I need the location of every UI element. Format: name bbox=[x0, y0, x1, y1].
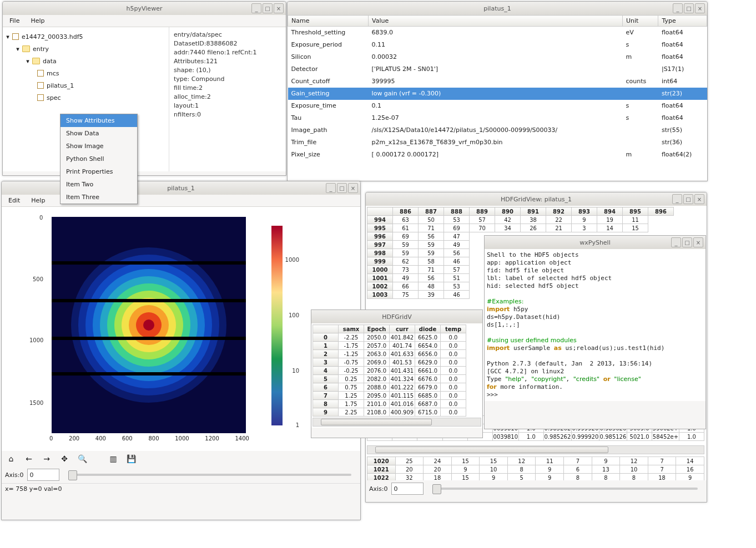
min-icon[interactable]: _ bbox=[671, 237, 681, 247]
status-bar: x= 758 y=0 val=0 bbox=[2, 483, 360, 494]
close-icon[interactable]: × bbox=[348, 183, 358, 193]
zoom-icon[interactable]: 🔍 bbox=[76, 453, 88, 465]
grid-row[interactable]: 92.252108.0400.9096715.00.0 bbox=[313, 408, 466, 417]
attr-row[interactable]: Count_cutoff399995countsint64 bbox=[288, 75, 707, 88]
ctx-item[interactable]: Print Properties bbox=[61, 165, 137, 178]
col-header[interactable]: Type bbox=[658, 16, 707, 27]
attr-row[interactable]: Detector['PILATUS 2M - SN01']|S17(1) bbox=[288, 63, 707, 75]
max-icon[interactable]: □ bbox=[684, 3, 694, 13]
ctx-item[interactable]: Python Shell bbox=[61, 153, 137, 165]
ctx-item[interactable]: Item Three bbox=[61, 191, 137, 204]
grid-row[interactable]: 9946350535742382291911 bbox=[367, 216, 674, 224]
pan-icon[interactable]: ✥ bbox=[58, 453, 70, 465]
shell-window: wxPyShell _□× Shell to the HDF5 objects … bbox=[484, 235, 706, 429]
menubar: File Help bbox=[3, 15, 286, 27]
grid-row[interactable]: 50.252082.0401.3246676.00.0 bbox=[313, 375, 466, 383]
dataset-info: entry/data/specDatasetID:83886082addr:74… bbox=[169, 27, 286, 171]
hscrollbar[interactable] bbox=[313, 418, 481, 427]
context-menu: Show AttributesShow DataShow ImagePython… bbox=[60, 114, 138, 204]
attr-row[interactable]: Silicon0.00032mfloat64 bbox=[288, 51, 707, 63]
attr-row[interactable]: Exposure_period0.11sfloat64 bbox=[288, 39, 707, 51]
max-icon[interactable]: □ bbox=[263, 3, 273, 13]
min-icon[interactable]: _ bbox=[673, 3, 683, 13]
forward-icon[interactable]: → bbox=[41, 453, 53, 465]
subplots-icon[interactable]: ▥ bbox=[107, 453, 119, 465]
titlebar[interactable]: h5pyViewer _□× bbox=[3, 2, 286, 15]
axis-label: Axis:0 bbox=[369, 485, 388, 493]
grid-row[interactable]: 102120209108961310716 bbox=[367, 465, 704, 474]
attr-row[interactable]: Threshold_setting6839.0eVfloat64 bbox=[288, 27, 707, 39]
menu-help[interactable]: Help bbox=[28, 196, 48, 205]
grid-row[interactable]: 81.752101.0401.0166687.00.0 bbox=[313, 400, 466, 408]
axis-input[interactable] bbox=[391, 483, 424, 495]
attr-row[interactable]: Exposure_time0.1sfloat64 bbox=[288, 100, 707, 112]
grid-row[interactable]: 10202524151512117912714 bbox=[367, 457, 704, 465]
home-icon[interactable]: ⌂ bbox=[5, 453, 17, 465]
titlebar[interactable]: pilatus_1 _□× bbox=[2, 181, 360, 195]
col-header[interactable]: Unit bbox=[623, 16, 658, 27]
axis-label: Axis:0 bbox=[5, 471, 24, 479]
attr-row[interactable]: Pixel_size[ 0.000172 0.000172]mfloat64(2… bbox=[288, 149, 707, 161]
shell-body[interactable]: Shell to the HDF5 objects app: applicati… bbox=[485, 249, 705, 401]
attr-row[interactable]: Trim_filep2m_x12sa_E13678_T6839_vrf_m0p3… bbox=[288, 136, 707, 149]
h5pyviewer-window: h5pyViewer _□× File Help ▾e14472_00033.h… bbox=[2, 1, 286, 176]
grid-row[interactable]: 1-1.752057.0401.746654.00.0 bbox=[313, 342, 466, 350]
colorbar bbox=[271, 226, 283, 425]
attr-row[interactable]: Image_path/sls/X12SA/Data10/e14472/pilat… bbox=[288, 124, 707, 136]
file-icon bbox=[12, 33, 19, 40]
dataset-icon bbox=[37, 94, 44, 101]
axis-input[interactable] bbox=[27, 469, 59, 481]
grid-row[interactable]: 2-1.252063.0401.6336656.00.0 bbox=[313, 350, 466, 358]
menu-edit[interactable]: Edit bbox=[5, 196, 23, 205]
close-icon[interactable]: × bbox=[693, 237, 703, 247]
image-viewer-window: pilatus_1 _□× EditHelp 1000 100 10 1 0 5… bbox=[1, 181, 361, 520]
ctx-item[interactable]: Show Image bbox=[61, 140, 137, 153]
titlebar[interactable]: pilatus_1 _□× bbox=[288, 2, 707, 15]
save-icon[interactable]: 💾 bbox=[125, 453, 137, 465]
back-icon[interactable]: ← bbox=[23, 453, 35, 465]
col-header[interactable]: Value bbox=[369, 16, 623, 27]
grid-row[interactable]: 60.752088.0401.2226679.00.0 bbox=[313, 383, 466, 392]
grid-row[interactable]: 1022321815959888189 bbox=[367, 474, 704, 481]
attributes-window: pilatus_1 _□× NameValueUnitTypeThreshold… bbox=[287, 1, 708, 181]
max-icon[interactable]: □ bbox=[337, 183, 347, 193]
axis-slider[interactable] bbox=[432, 488, 698, 490]
dataset-icon bbox=[37, 82, 44, 89]
attr-row[interactable]: Gain_settinglow gain (vrf = -0.300)str(2… bbox=[288, 88, 707, 100]
grid-row[interactable]: 71.252095.0401.1156685.00.0 bbox=[313, 392, 466, 400]
min-icon[interactable]: _ bbox=[672, 194, 682, 204]
hscrollbar[interactable] bbox=[367, 445, 704, 454]
close-icon[interactable]: × bbox=[694, 194, 704, 204]
menu-file[interactable]: File bbox=[6, 16, 23, 26]
grid-row[interactable]: 0-2.252050.0401.8426625.00.0 bbox=[313, 333, 466, 342]
titlebar[interactable]: HDFGridView: pilatus_1 _□× bbox=[366, 192, 707, 206]
folder-icon bbox=[32, 58, 40, 64]
close-icon[interactable]: × bbox=[274, 3, 284, 13]
spec-grid[interactable]: samxEpochcurrdiodetemp0-2.252050.0401.84… bbox=[313, 324, 466, 417]
titlebar[interactable]: HDFGridV bbox=[311, 310, 482, 323]
plot-canvas[interactable]: 1000 100 10 1 0 500 1000 1500 0200400600… bbox=[2, 207, 360, 451]
attr-table[interactable]: NameValueUnitTypeThreshold_setting6839.0… bbox=[288, 15, 707, 161]
spec-grid-window: HDFGridV samxEpochcurrdiodetemp0-2.25205… bbox=[311, 309, 483, 438]
col-header[interactable]: Name bbox=[288, 16, 369, 27]
close-icon[interactable]: × bbox=[695, 3, 705, 13]
ctx-item[interactable]: Show Data bbox=[61, 127, 137, 140]
max-icon[interactable]: □ bbox=[682, 237, 692, 247]
attr-row[interactable]: Tau1.25e-07sfloat64 bbox=[288, 112, 707, 124]
grid-row[interactable]: 3-0.752069.0401.536629.00.0 bbox=[313, 358, 466, 367]
menu-help[interactable]: Help bbox=[27, 16, 48, 26]
ctx-item[interactable]: Item Two bbox=[61, 178, 137, 191]
plot-toolbar: ⌂ ← → ✥ 🔍 ▥ 💾 bbox=[2, 451, 360, 466]
grid-row[interactable]: 9956171697034262131415 bbox=[367, 224, 674, 232]
grid-row[interactable]: 4-0.252076.0401.4316661.00.0 bbox=[313, 367, 466, 375]
max-icon[interactable]: □ bbox=[683, 194, 693, 204]
ctx-item[interactable]: Show Attributes bbox=[61, 114, 137, 127]
min-icon[interactable]: _ bbox=[326, 183, 336, 193]
dataset-icon bbox=[37, 70, 44, 77]
folder-icon bbox=[22, 45, 30, 52]
axis-slider[interactable] bbox=[68, 474, 351, 476]
titlebar[interactable]: wxPyShell _□× bbox=[485, 236, 705, 249]
min-icon[interactable]: _ bbox=[251, 3, 261, 13]
